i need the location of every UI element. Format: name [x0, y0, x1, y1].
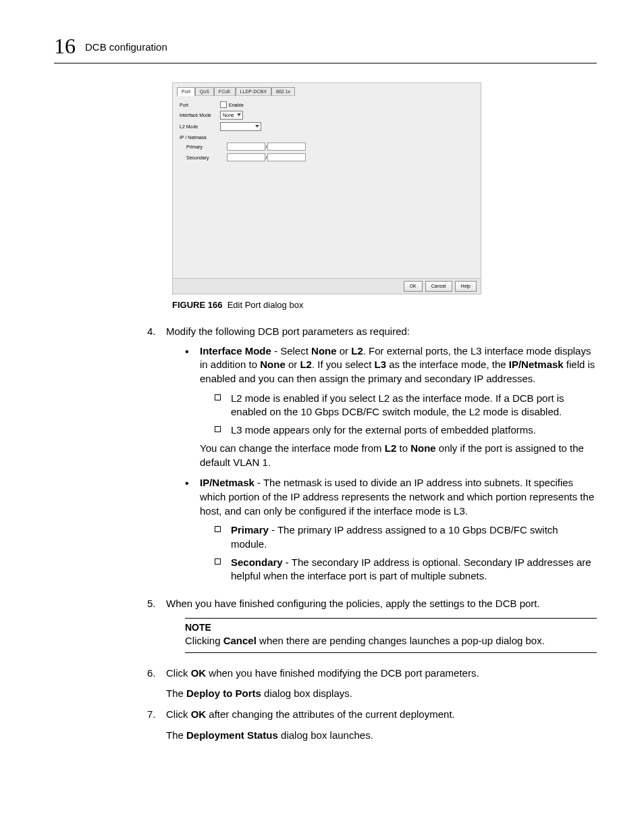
after-text: You can change the interface mode from L…: [200, 442, 597, 469]
t: Click: [166, 667, 191, 679]
bullet-ip-netmask: IP/Netmask - The netmask is used to divi…: [185, 476, 597, 583]
tab-8021x[interactable]: 802.1x: [271, 87, 295, 96]
chevron-down-icon: [237, 113, 241, 116]
term: Primary: [231, 524, 269, 536]
term: OK: [191, 667, 207, 679]
step-4: 4. Modify the following DCB port paramet…: [147, 325, 597, 590]
square-primary: Primary - The primary IP address assigne…: [215, 523, 597, 551]
note-box: NOTE Clicking Cancel when there are pend…: [185, 618, 597, 653]
form-area: Port Enable Interface Mode None L2 Mode …: [173, 96, 481, 170]
t: Clicking: [185, 635, 223, 646]
step-6: 6. Click OK when you have finished modif…: [147, 667, 597, 701]
term: OK: [191, 708, 207, 720]
t: after changing the attributes of the cur…: [206, 708, 455, 720]
t: - The netmask is used to divide an IP ad…: [200, 477, 594, 516]
after-text: The Deployment Status dialog box launche…: [166, 729, 597, 743]
term: Deployment Status: [186, 729, 278, 741]
term: L2: [385, 442, 397, 454]
enable-checkbox[interactable]: [220, 101, 227, 108]
secondary-mask-input[interactable]: [267, 153, 306, 161]
tab-qos[interactable]: QoS: [195, 87, 214, 96]
dialog-button-bar: OK Cancel Help: [173, 278, 481, 294]
term: Cancel: [223, 635, 257, 646]
term: IP/Netmask: [509, 359, 564, 370]
label-interface-mode: Interface Mode: [180, 113, 220, 118]
step-text: Modify the following DCB port parameters…: [166, 325, 410, 337]
t: or: [286, 359, 300, 370]
cancel-button[interactable]: Cancel: [425, 281, 452, 292]
square-secondary: Secondary - The secondary IP address is …: [215, 556, 597, 583]
label-l2-mode: L2 Mode: [180, 124, 220, 129]
t: You can change the interface mode from: [200, 442, 385, 454]
label-secondary: Secondary: [180, 155, 227, 160]
t: as the interface mode, the: [386, 359, 509, 370]
secondary-ip-input[interactable]: [227, 153, 265, 161]
term: Secondary: [231, 556, 283, 568]
after-text: The Deploy to Ports dialog box displays.: [166, 687, 597, 701]
tab-port[interactable]: Port: [177, 87, 195, 96]
step-number: 4.: [147, 325, 166, 590]
label-primary: Primary: [180, 145, 227, 149]
t: The: [166, 687, 186, 699]
square-l2: L2 mode is enabled if you select L2 as t…: [215, 392, 597, 419]
help-button[interactable]: Help: [455, 281, 477, 292]
body-content: 4. Modify the following DCB port paramet…: [147, 325, 597, 742]
chapter-number: 16: [54, 34, 76, 59]
term: None: [410, 442, 436, 454]
term: L2: [351, 345, 363, 357]
dialog-tabs: Port QoS FCoE LLDP-DCBX 802.1x: [173, 83, 481, 96]
page: 16 DCB configuration Port QoS FCoE LLDP-…: [0, 0, 644, 789]
t: - Select: [271, 345, 311, 357]
step-number: 7.: [147, 708, 166, 742]
term: Deploy to Ports: [186, 687, 261, 699]
t: . If you select: [312, 359, 375, 370]
t: or: [337, 345, 352, 357]
step-number: 6.: [147, 667, 166, 701]
primary-ip-input[interactable]: [227, 142, 265, 151]
figure-caption-text: Edit Port dialog box: [227, 300, 304, 310]
t: dialog box launches.: [278, 729, 373, 741]
t: Click: [166, 708, 191, 720]
chevron-down-icon: [255, 125, 259, 128]
t: - The primary IP address assigned to a 1…: [231, 524, 558, 550]
l2-mode-dropdown[interactable]: [220, 122, 261, 131]
figure-label: FIGURE 166: [172, 300, 222, 310]
dropdown-value: None: [223, 113, 234, 118]
note-title: NOTE: [185, 621, 597, 634]
page-title: DCB configuration: [85, 41, 167, 53]
square-l3: L3 mode appears only for the external po…: [215, 423, 597, 438]
t: when there are pending changes launches …: [257, 635, 545, 646]
t: - The secondary IP address is optional. …: [231, 556, 591, 582]
ok-button[interactable]: OK: [404, 281, 423, 292]
term: L2: [300, 359, 312, 370]
term: IP/Netmask: [200, 477, 254, 488]
primary-mask-input[interactable]: [267, 142, 306, 151]
label-port: Port: [180, 103, 220, 107]
figure-caption: FIGURE 166 Edit Port dialog box: [172, 300, 597, 310]
bullet-interface-mode: Interface Mode - Select None or L2. For …: [185, 344, 597, 470]
label-ip-netmask: IP / Netmask: [180, 135, 220, 140]
t: dialog box displays.: [261, 687, 352, 699]
edit-port-screenshot: Port QoS FCoE LLDP-DCBX 802.1x Port Enab…: [172, 82, 481, 294]
term: Interface Mode: [200, 345, 271, 357]
t: The: [166, 729, 186, 741]
tab-fcoe[interactable]: FCoE: [214, 87, 236, 96]
tab-lldp-dcbx[interactable]: LLDP-DCBX: [236, 87, 271, 96]
label-enable: Enable: [229, 103, 244, 107]
step-number: 5.: [147, 597, 166, 660]
term: None: [311, 345, 337, 357]
t: when you have finished modifying the DCB…: [206, 667, 479, 679]
term: L3: [374, 359, 386, 370]
t: to: [396, 442, 410, 454]
step-7: 7. Click OK after changing the attribute…: [147, 708, 597, 742]
step-5: 5. When you have finished configuring th…: [147, 597, 597, 660]
interface-mode-dropdown[interactable]: None: [220, 111, 243, 120]
step-text: When you have finished configuring the p…: [166, 598, 540, 609]
term: None: [260, 359, 286, 370]
page-header: 16 DCB configuration: [54, 34, 597, 63]
note-text: Clicking Cancel when there are pending c…: [185, 634, 597, 648]
